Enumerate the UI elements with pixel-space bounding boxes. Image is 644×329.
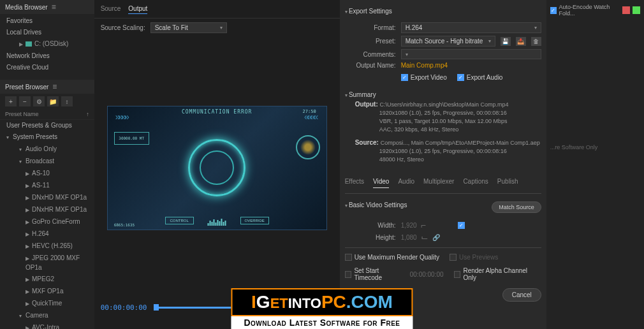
timecode-display[interactable]: 00:00:00:00 (101, 303, 147, 312)
hud-control-label: CONTROL (165, 217, 194, 224)
hud-title: COMMUNICATION ERROR (182, 109, 252, 115)
hud-chevrons: »»»» (115, 112, 128, 122)
preset-item[interactable]: ▾Audio Only (0, 143, 94, 156)
preset-item[interactable]: ▶JPEG 2000 MXF OP1a (0, 252, 94, 274)
bottom-options: Use Maximum Render Quality Use Previews … (345, 247, 541, 283)
media-browser-header: Media Browser ≡ (0, 0, 94, 14)
summary-header[interactable]: Summary (345, 91, 541, 98)
output-name-row: Output Name: Main Comp.mp4 (345, 62, 541, 69)
hud-info-box: 30000.00 MT (114, 132, 149, 145)
preset-list: ▾Audio Only▾Broadcast▶AS-10▶AS-11▶DNxHD … (0, 143, 94, 329)
auto-encode-checkbox[interactable]: ✓ (550, 7, 557, 14)
preset-toolbar: + − ⚙ 📁 ↕ (0, 94, 94, 109)
preset-item[interactable]: ▶MXF OP1a (0, 286, 94, 298)
settings-tab-effects[interactable]: Effects (345, 178, 364, 188)
delete-preset-icon[interactable]: 🗑 (531, 37, 541, 46)
settings-tab-captions[interactable]: Captions (463, 178, 488, 188)
preset-settings-button[interactable]: ⚙ (33, 96, 45, 106)
width-value[interactable]: 1,920 (401, 222, 417, 229)
format-dropdown[interactable]: H.264 (401, 22, 541, 33)
preset-item[interactable]: ▶GoPro CineForm (0, 216, 94, 228)
user-presets-groups[interactable]: User Presets & Groups (0, 120, 94, 131)
media-browser-title: Media Browser (5, 4, 48, 11)
remove-preset-button[interactable]: − (19, 96, 31, 106)
summary-section: Summary Output: C:\Users\nirbhay.n.singh… (345, 89, 541, 169)
export-settings-header[interactable]: Export Settings (345, 5, 541, 20)
preset-item[interactable]: ▶QuickTime (0, 298, 94, 310)
left-sidebar: Media Browser ≡ Favorites Local Drives ▶… (0, 0, 94, 329)
preset-browser-title: Preset Browser (5, 84, 48, 91)
settings-tabs: EffectsVideoAudioMultiplexerCaptionsPubl… (345, 173, 541, 194)
preset-item[interactable]: ▾Camera (0, 310, 94, 322)
preset-item[interactable]: ▶AVC-Intra (0, 322, 94, 329)
media-browser-tree: Favorites Local Drives ▶C: (OSDisk) Netw… (0, 14, 94, 75)
preview-frame: »»»» COMMUNICATION ERROR 27:50 »»»» 3000… (107, 106, 327, 230)
start-timecode-checkbox[interactable]: Set Start Timecode 00:00:00:00 (345, 267, 444, 281)
height-value[interactable]: 1,080 (401, 234, 417, 241)
preset-item[interactable]: ▶DNxHD MXF OP1a (0, 192, 94, 204)
watermark-overlay: IGETINTOPC.COM Download Latest Software … (231, 288, 413, 329)
preset-item[interactable]: ▶HEVC (H.265) (0, 240, 94, 252)
scaling-label: Source Scaling: (101, 24, 145, 31)
output-summary: Output: C:\Users\nirbhay.n.singh\Desktop… (345, 98, 541, 136)
render-alpha-checkbox[interactable]: Render Alpha Channel Only (454, 267, 541, 281)
width-match-checkbox[interactable]: ✓ (458, 222, 465, 229)
creative-cloud-node[interactable]: Creative Cloud (0, 62, 94, 73)
queue-panel: ✓ Auto-Encode Watch Fold... ...re Softwa… (546, 0, 644, 329)
preset-item[interactable]: ▾Broadcast (0, 156, 94, 168)
hud-radar (296, 135, 320, 159)
watermark-logo: IGETINTOPC.COM (231, 288, 413, 316)
system-presets[interactable]: ▾System Presets (0, 131, 94, 143)
settings-tab-publish[interactable]: Publish (497, 178, 518, 188)
app-root: Media Browser ≡ Favorites Local Drives ▶… (0, 0, 644, 329)
output-name-link[interactable]: Main Comp.mp4 (401, 62, 448, 69)
tab-output[interactable]: Output (128, 4, 147, 14)
preset-new-folder-button[interactable]: 📁 (47, 96, 59, 106)
tab-source[interactable]: Source (101, 4, 121, 14)
panel-menu-icon[interactable]: ≡ (52, 3, 56, 11)
preset-browser-panel: Preset Browser ≡ + − ⚙ 📁 ↕ Preset Name↑ … (0, 80, 94, 329)
settings-tab-video[interactable]: Video (373, 178, 389, 188)
preset-item[interactable]: ▶AS-11 (0, 180, 94, 192)
basic-video-header[interactable]: Basic Video Settings Match Source (345, 199, 541, 211)
favorites-node[interactable]: Favorites (0, 15, 94, 27)
source-summary: Source: Composi..., Main Comp/tmpAEtoAME… (345, 136, 541, 166)
match-source-button[interactable]: Match Source (492, 201, 541, 213)
export-audio-checkbox[interactable]: ✓Export Audio (457, 74, 503, 81)
export-video-checkbox[interactable]: ✓Export Video (401, 74, 447, 81)
comments-input[interactable] (401, 49, 541, 59)
preset-item[interactable]: ▶MPEG2 (0, 274, 94, 286)
link-bracket: ⌐ (421, 220, 426, 230)
cancel-button[interactable]: Cancel (502, 288, 541, 302)
comments-label: Comments: (345, 51, 396, 58)
start-queue-button[interactable] (633, 6, 640, 14)
local-drives-node[interactable]: Local Drives (0, 27, 94, 38)
settings-tab-multiplexer[interactable]: Multiplexer (423, 178, 454, 188)
preset-item[interactable]: ▶H.264 (0, 228, 94, 240)
preset-name-header: Preset Name↑ (0, 109, 94, 120)
preset-dropdown[interactable]: Match Source - High bitrate (401, 36, 495, 47)
settings-tab-audio[interactable]: Audio (398, 178, 414, 188)
format-row: Format: H.264 (345, 22, 541, 33)
stop-queue-button[interactable] (622, 6, 630, 14)
max-render-checkbox[interactable]: Use Maximum Render Quality (345, 254, 439, 261)
output-name-label: Output Name: (345, 62, 396, 69)
c-drive-node[interactable]: ▶C: (OSDisk) (0, 38, 94, 50)
preset-item[interactable]: ▶DNxHR MXF OP1a (0, 204, 94, 216)
add-preset-button[interactable]: + (5, 96, 17, 106)
playhead[interactable] (154, 304, 159, 311)
network-drives-node[interactable]: Network Drives (0, 50, 94, 62)
preview-area: »»»» COMMUNICATION ERROR 27:50 »»»» 3000… (94, 37, 340, 298)
link-dimensions-icon[interactable]: 🔗 (432, 234, 441, 240)
scaling-dropdown[interactable]: Scale To Fit (150, 22, 227, 33)
panel-menu-icon[interactable]: ≡ (52, 82, 57, 91)
watermark-subtitle: Download Latest Software for Free (231, 316, 413, 329)
preview-panel: Source Output Source Scaling: Scale To F… (94, 0, 340, 329)
preset-item[interactable]: ▶AS-10 (0, 168, 94, 180)
preset-browser-header: Preset Browser ≡ (0, 80, 94, 94)
import-preset-icon[interactable]: 📥 (516, 37, 526, 46)
height-label: Height: (345, 234, 396, 241)
hud-override-label: OVERRIDE (240, 217, 269, 224)
save-preset-icon[interactable]: 💾 (501, 37, 511, 46)
preset-sort-button[interactable]: ↕ (61, 96, 73, 106)
